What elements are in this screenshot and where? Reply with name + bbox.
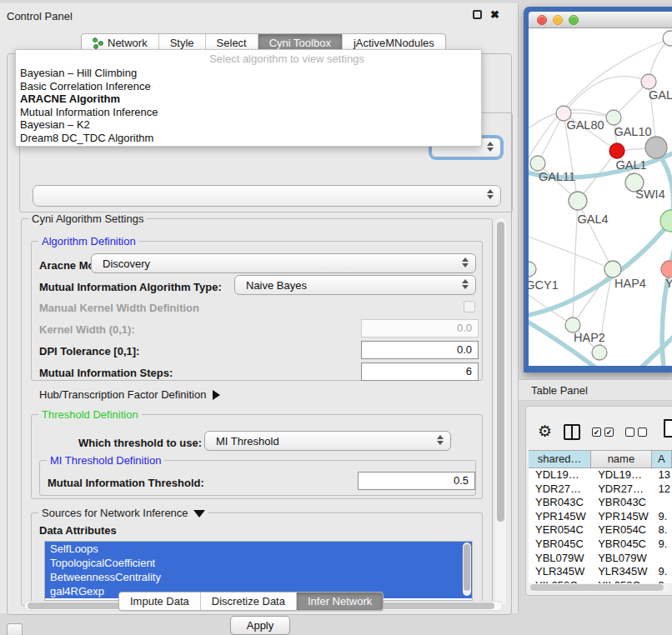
table-cell: YDL19… — [591, 468, 651, 482]
network-node-hap4[interactable] — [604, 261, 621, 278]
network-node[interactable] — [645, 137, 667, 158]
list-vertical-scrollbar[interactable] — [463, 542, 471, 596]
network-node[interactable] — [663, 31, 672, 46]
table-row[interactable]: YDL19…YDL19…13 — [529, 468, 672, 482]
column-header[interactable]: shared… — [529, 451, 591, 468]
node-table[interactable]: shared…nameA YDL19…YDL19…13YDR27…YDR27…1… — [529, 450, 672, 583]
aracne-mode-select[interactable]: Discovery — [91, 253, 476, 273]
kernel-width-field[interactable]: 0.0 — [361, 319, 479, 338]
mi-steps-field[interactable]: 6 — [361, 362, 479, 381]
node-label: GAL80 — [566, 118, 604, 132]
node-label: HAP4 — [614, 277, 646, 290]
chevron-down-icon — [193, 510, 205, 518]
unchecked-pair-icon[interactable] — [625, 428, 647, 437]
apply-button[interactable]: Apply — [230, 616, 290, 635]
network-node-gal[interactable] — [641, 74, 656, 89]
hub-definition-label: Hub/Transcription Factor Definition — [39, 388, 206, 401]
tab-infer-network[interactable]: Infer Network — [296, 592, 383, 610]
minimize-traffic-light-icon[interactable] — [553, 15, 563, 25]
column-header[interactable]: A — [652, 451, 672, 468]
which-threshold-select[interactable]: MI Threshold — [204, 431, 451, 451]
columns-icon[interactable] — [564, 424, 580, 440]
network-edge — [529, 237, 613, 269]
table-row[interactable]: YBL079WYBL079W — [529, 552, 672, 566]
network-canvas[interactable]: GALGAL80GAL10GAL1GAL11SWI4GAL4GCY1HAP4YH… — [529, 28, 672, 366]
dropdown-item[interactable]: Basic Correlation Inference — [16, 80, 481, 93]
node-label: GAL4 — [577, 212, 608, 226]
group-title: Algorithm Definition — [38, 235, 139, 248]
dpi-tolerance-field[interactable]: 0.0 — [361, 341, 479, 359]
float-window-icon[interactable] — [473, 10, 482, 19]
stepper-arrows-icon — [462, 279, 469, 289]
table-cell: 12 — [651, 482, 672, 497]
network-node-gal11[interactable] — [530, 156, 545, 171]
kernel-width-label: Kernel Width (0,1): — [39, 323, 135, 336]
control-panel-window: Control Panel ✖ NetworkStyleSelectCyni T… — [0, 3, 519, 613]
tab-label: Select — [217, 37, 247, 49]
attribute-list-item[interactable]: SelfLoops — [45, 542, 472, 556]
table-cell: YBL079W — [591, 552, 651, 566]
mi-type-label: Mutual Information Algorithm Type: — [39, 281, 222, 293]
network-node-gal1[interactable] — [609, 143, 624, 158]
table-header-row[interactable]: shared…nameA — [529, 450, 672, 468]
node-label: HAP2 — [574, 331, 605, 344]
table-row[interactable]: YPR145WYPR145W9. — [529, 510, 672, 524]
table-horizontal-scrollbar[interactable] — [529, 583, 669, 592]
document-icon[interactable] — [664, 419, 672, 438]
settings-vertical-scrollbar[interactable] — [495, 218, 506, 606]
table-row[interactable]: YBR045CYBR045C9. — [529, 538, 672, 552]
network-icon — [93, 38, 103, 49]
hub-definition-disclosure[interactable]: Hub/Transcription Factor Definition — [39, 388, 220, 401]
network-node-gcy1[interactable] — [529, 262, 536, 277]
tab-label: jActiveMNodules — [354, 37, 434, 49]
sources-disclosure[interactable]: Sources for Network Inference — [38, 507, 208, 519]
tab-impute-data[interactable]: Impute Data — [119, 592, 200, 610]
network-node-gal10[interactable] — [606, 110, 621, 125]
table-cell: YER054C — [529, 523, 591, 538]
network-view-window: GALGAL80GAL10GAL1GAL11SWI4GAL4GCY1HAP4YH… — [524, 7, 672, 372]
table-combobox-edge[interactable] — [33, 185, 501, 207]
gear-icon[interactable]: ⚙ — [538, 424, 552, 439]
which-threshold-value: MI Threshold — [216, 435, 279, 448]
mi-steps-label: Mutual Information Steps: — [39, 367, 173, 379]
scrollbar-thumb[interactable] — [464, 544, 470, 591]
table-row[interactable]: YER054CYER054C8. — [529, 523, 672, 538]
table-row[interactable]: YLR345WYLR345W9. — [529, 565, 672, 579]
dropdown-item[interactable]: ARACNE Algorithm — [16, 92, 481, 106]
attribute-list-item[interactable]: BetweennessCentrality — [45, 570, 472, 584]
dropdown-item[interactable]: Bayesian – K2 — [16, 118, 481, 132]
dropdown-item[interactable]: Dream8 DC_TDC Algorithm — [16, 132, 481, 145]
aracne-mode-value: Discovery — [103, 258, 150, 270]
column-header[interactable]: name — [591, 451, 651, 468]
table-row[interactable]: YDR27…YDR27…12 — [529, 482, 672, 497]
scrollbar-thumb[interactable] — [530, 584, 664, 591]
table-cell: 9. — [651, 565, 672, 579]
network-window-titlebar[interactable] — [529, 12, 672, 28]
table-row[interactable]: YBR043CYBR043C — [529, 496, 672, 510]
tab-discretize-data[interactable]: Discretize Data — [200, 592, 296, 610]
dropdown-item[interactable]: Bayesian – Hill Climbing — [16, 67, 481, 80]
manual-kernel-checkbox[interactable] — [464, 301, 475, 312]
network-node-gal4[interactable] — [569, 192, 587, 210]
network-edge-thick — [641, 330, 672, 366]
node-label: GAL10 — [614, 125, 651, 138]
scrollbar-thumb[interactable] — [497, 222, 504, 522]
network-node[interactable] — [592, 345, 607, 360]
algorithm-dropdown-popup: Select algorithm to view settings Bayesi… — [15, 49, 482, 147]
panel-corner-button[interactable] — [7, 623, 23, 635]
stepper-arrows-icon — [487, 142, 494, 152]
network-node-y[interactable] — [661, 261, 672, 278]
table-cell: YLR345W — [591, 565, 651, 579]
mi-threshold-label: Mutual Information Threshold: — [48, 477, 204, 489]
table-cell: YBR045C — [529, 538, 591, 552]
zoom-traffic-light-icon[interactable] — [569, 15, 579, 25]
dropdown-item[interactable]: Mutual Information Inference — [16, 106, 481, 119]
checked-pair-icon[interactable]: ✔✔ — [592, 428, 614, 437]
close-traffic-light-icon[interactable] — [537, 15, 547, 25]
mi-threshold-field[interactable]: 0.5 — [358, 472, 475, 490]
table-cell: YBL079W — [529, 552, 591, 566]
mi-type-select[interactable]: Naive Bayes — [234, 275, 476, 295]
which-threshold-label: Which threshold to use: — [78, 437, 202, 449]
close-icon[interactable]: ✖ — [490, 10, 499, 19]
attribute-list-item[interactable]: TopologicalCoefficient — [45, 556, 472, 570]
